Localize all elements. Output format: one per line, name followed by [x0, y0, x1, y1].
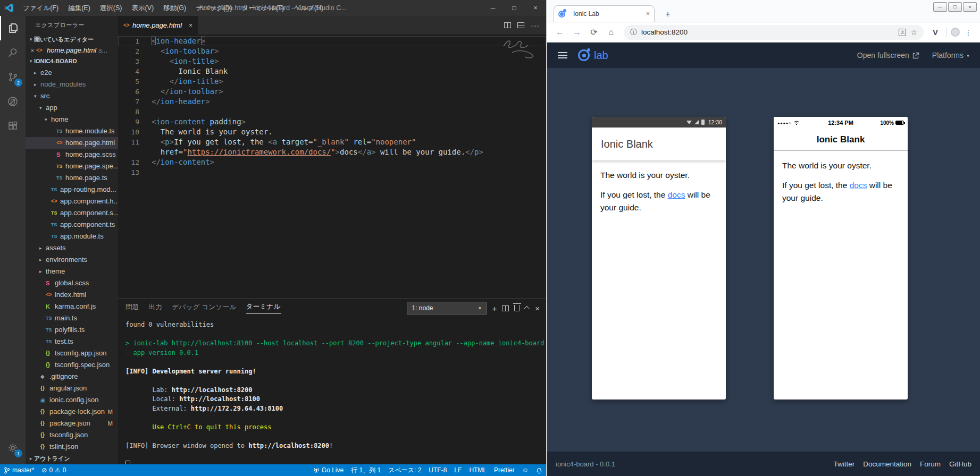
- minimap[interactable]: [501, 37, 539, 69]
- new-terminal-icon[interactable]: +: [492, 304, 497, 312]
- file-row[interactable]: <>index.html: [26, 289, 118, 301]
- language-mode-item[interactable]: HTML: [465, 466, 490, 474]
- tab-close-icon[interactable]: ×: [189, 22, 192, 29]
- folder-row[interactable]: ▸node_modules: [26, 79, 118, 90]
- maximize-button[interactable]: □: [948, 2, 962, 12]
- file-row[interactable]: <>home.page.html: [26, 137, 118, 149]
- file-row[interactable]: {}tsconfig.spec.json: [26, 359, 118, 371]
- tab-problems[interactable]: 問題: [125, 303, 139, 314]
- menu-item[interactable]: 選択(S): [95, 0, 127, 16]
- folder-row[interactable]: ▸e2e: [26, 67, 118, 79]
- menu-hamburger-icon[interactable]: [558, 52, 567, 58]
- file-row[interactable]: TShome.module.ts: [26, 125, 118, 137]
- menu-item[interactable]: 移動(G): [158, 0, 191, 16]
- footer-link-forum[interactable]: Forum: [920, 460, 941, 468]
- file-row[interactable]: <>app.component.h...: [26, 196, 118, 207]
- more-actions-icon[interactable]: ···: [531, 23, 540, 28]
- folder-row[interactable]: ▸environments: [26, 254, 118, 266]
- notifications-bell-icon[interactable]: [532, 467, 546, 474]
- file-row[interactable]: {}package.jsonM: [26, 418, 118, 429]
- file-row[interactable]: Sglobal.scss: [26, 277, 118, 289]
- close-icon[interactable]: ×: [29, 47, 36, 54]
- file-row[interactable]: TShome.page.spe...: [26, 160, 118, 172]
- docs-link[interactable]: docs: [668, 190, 685, 199]
- file-row[interactable]: TSpolyfills.ts: [26, 324, 118, 336]
- file-row[interactable]: TSapp-routing.mod...: [26, 184, 118, 196]
- extensions-icon[interactable]: [0, 114, 26, 138]
- footer-link-documentation[interactable]: Documentation: [863, 460, 911, 468]
- minimize-button[interactable]: ─: [933, 2, 947, 12]
- info-icon[interactable]: ⓘ: [630, 28, 637, 37]
- file-row[interactable]: {}angular.json: [26, 382, 118, 394]
- url-text[interactable]: localhost:8200: [641, 28, 688, 36]
- editor-layout-icon[interactable]: [517, 22, 524, 28]
- editor-tab-home-page-html[interactable]: <> home.page.html ×: [118, 16, 198, 35]
- close-panel-icon[interactable]: ×: [535, 304, 540, 312]
- tab-debug-console[interactable]: デバッグ コンソール: [172, 303, 236, 314]
- forward-icon[interactable]: →: [569, 28, 584, 37]
- file-row[interactable]: {}tslint.json: [26, 441, 118, 453]
- file-row[interactable]: {}tsconfig.app.json: [26, 347, 118, 359]
- open-editors-header[interactable]: ▾ 開いているエディター: [26, 33, 118, 45]
- tab-output[interactable]: 出力: [149, 303, 163, 314]
- file-row[interactable]: TSapp.component.s...: [26, 207, 118, 219]
- terminal-output[interactable]: found 0 vulnerabilities> ionic-lab http:…: [118, 317, 546, 464]
- maximize-button[interactable]: □: [504, 0, 525, 16]
- settings-gear-icon[interactable]: 1: [0, 436, 26, 460]
- folder-row[interactable]: ▾app: [26, 102, 118, 114]
- file-row[interactable]: {}tsconfig.json: [26, 429, 118, 441]
- footer-link-twitter[interactable]: Twitter: [833, 460, 855, 468]
- tab-close-icon[interactable]: ×: [646, 10, 650, 18]
- home-icon[interactable]: ⌂: [604, 28, 618, 37]
- feedback-smiley-icon[interactable]: ☺: [518, 466, 532, 474]
- open-editor-item[interactable]: × <> home.page.html s...: [26, 45, 118, 55]
- file-row[interactable]: ◆.gitignore: [26, 371, 118, 382]
- project-section-header[interactable]: ▾ IONIC4-BOARD: [26, 55, 118, 67]
- open-fullscreen-link[interactable]: Open fullscreen: [857, 51, 919, 60]
- back-icon[interactable]: ←: [552, 28, 567, 37]
- file-row[interactable]: TSapp.component.ts: [26, 219, 118, 231]
- indentation-item[interactable]: スペース: 2: [384, 466, 425, 475]
- folder-row[interactable]: ▸assets: [26, 242, 118, 254]
- kill-terminal-icon[interactable]: [514, 305, 520, 311]
- file-row[interactable]: TSapp.module.ts: [26, 231, 118, 242]
- browser-menu-icon[interactable]: ⋮: [962, 28, 975, 37]
- folder-row[interactable]: ▾src: [26, 90, 118, 102]
- folder-row[interactable]: ▸theme: [26, 266, 118, 277]
- docs-link[interactable]: docs: [850, 181, 867, 190]
- footer-link-github[interactable]: GitHub: [949, 460, 971, 468]
- formatter-item[interactable]: Prettier: [490, 466, 518, 474]
- terminal-select[interactable]: 1: node ▼: [407, 302, 487, 314]
- platforms-dropdown[interactable]: Platforms ▾: [932, 51, 969, 60]
- explorer-icon[interactable]: [0, 16, 26, 40]
- file-row[interactable]: Kkarma.conf.js: [26, 301, 118, 312]
- code-editor-area[interactable]: 1<ion-header>2 <ion-toolbar>3 <ion-title…: [118, 35, 546, 299]
- file-row[interactable]: {}package-lock.jsonM: [26, 406, 118, 418]
- minimize-button[interactable]: ─: [482, 0, 504, 16]
- reload-icon[interactable]: ⟳: [587, 27, 601, 37]
- extension-v-icon[interactable]: V: [929, 28, 942, 37]
- problems-item[interactable]: ⊘ 0 ⚠ 0: [38, 466, 70, 474]
- git-branch-item[interactable]: master*: [0, 466, 38, 474]
- file-row[interactable]: TShome.page.ts: [26, 172, 118, 184]
- file-row[interactable]: TSmain.ts: [26, 312, 118, 324]
- go-live-item[interactable]: Go Live: [309, 466, 347, 474]
- close-button[interactable]: ×: [525, 0, 546, 16]
- bookmark-star-icon[interactable]: ☆: [910, 28, 917, 37]
- translate-icon[interactable]: 文: [899, 29, 906, 36]
- file-row[interactable]: Shome.page.scss: [26, 149, 118, 160]
- folder-row[interactable]: ▾home: [26, 114, 118, 125]
- profile-avatar[interactable]: [951, 28, 960, 37]
- debug-icon[interactable]: [0, 89, 26, 114]
- file-row[interactable]: ◉ionic.config.json: [26, 394, 118, 406]
- address-bar[interactable]: ⓘ localhost:8200 文 ☆: [624, 25, 924, 40]
- split-terminal-icon[interactable]: [502, 305, 509, 311]
- menu-item[interactable]: ファイル(F): [18, 0, 63, 16]
- browser-tab-ionic-lab[interactable]: Ionic Lab ×: [554, 5, 655, 22]
- split-editor-icon[interactable]: [504, 22, 511, 28]
- file-row[interactable]: TStest.ts: [26, 336, 118, 347]
- search-icon[interactable]: [0, 40, 26, 65]
- encoding-item[interactable]: UTF-8: [425, 466, 450, 474]
- menu-item[interactable]: 表示(V): [127, 0, 158, 16]
- menu-item[interactable]: 編集(E): [63, 0, 95, 16]
